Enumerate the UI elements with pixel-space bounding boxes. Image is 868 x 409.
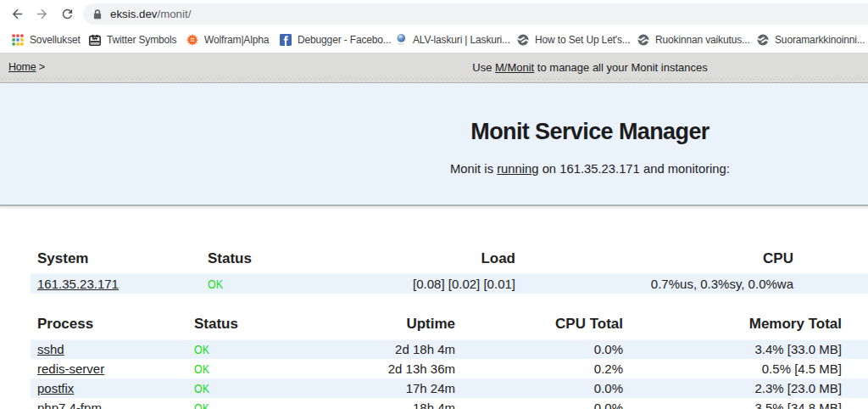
bookmark-label: Suoramarkkinoinni... xyxy=(775,28,865,53)
monit-page: Home > Use M/Monit to manage all your Mo… xyxy=(0,53,868,409)
process-cpu: 0.0% xyxy=(462,398,630,409)
column-header-process: Process xyxy=(31,312,187,340)
twitter-symbols-favicon xyxy=(89,34,101,46)
process-cpu: 0.2% xyxy=(462,359,630,378)
system-name-cell: 161.35.23.171 xyxy=(31,273,201,294)
process-cpu: 0.0% xyxy=(462,339,630,359)
column-header-uptime: Uptime xyxy=(286,312,462,340)
facebook-favicon xyxy=(280,34,292,46)
table-filler-cell xyxy=(849,339,868,359)
process-memory: 3.5% [34.8 MB] xyxy=(630,398,849,409)
table-filler-header xyxy=(849,312,868,340)
reload-icon[interactable] xyxy=(60,7,75,21)
process-link[interactable]: postfix xyxy=(37,381,74,395)
mmonit-banner: Use M/Monit to manage all your Monit ins… xyxy=(0,53,868,82)
process-name-cell: redis-server xyxy=(31,359,187,378)
process-memory: 2.3% [23.0 MB] xyxy=(630,378,849,398)
process-status-cell: OK xyxy=(187,398,286,409)
process-status-cell: OK xyxy=(187,339,286,359)
process-row-postfix: postfix OK 17h 24m 0.0% 2.3% [23.0 MB] xyxy=(31,378,868,398)
banner-text-prefix: Use xyxy=(472,61,495,74)
process-name-cell: php7.4-fpm xyxy=(31,398,187,409)
column-header-cpu-total: CPU Total xyxy=(462,312,630,340)
browser-toolbar: eksis.dev/monit/ xyxy=(0,0,868,28)
process-name-cell: sshd xyxy=(31,339,187,359)
process-row-sshd: sshd OK 2d 18h 4m 0.0% 3.4% [33.0 MB] xyxy=(31,339,868,359)
column-header-memory-total: Memory Total xyxy=(630,312,849,340)
process-name-cell: postfix xyxy=(31,378,187,398)
process-memory: 3.4% [33.0 MB] xyxy=(630,339,849,359)
process-link[interactable]: sshd xyxy=(37,342,64,356)
address-bar[interactable]: eksis.dev/monit/ xyxy=(83,3,868,25)
url-text[interactable]: eksis.dev/monit/ xyxy=(110,3,191,25)
breadcrumb-bar: Home > Use M/Monit to manage all your Mo… xyxy=(0,53,868,83)
running-link[interactable]: running xyxy=(497,162,538,176)
process-memory: 0.5% [4.5 MB] xyxy=(630,359,849,378)
process-uptime: 2d 13h 36m xyxy=(286,359,462,378)
screenshot-viewport: eksis.dev/monit/ Sovellukset xyxy=(0,0,868,409)
system-load: [0.08] [0.02] [0.01] xyxy=(301,273,522,294)
wolframalpha-favicon xyxy=(186,34,198,46)
table-filler-cell xyxy=(849,398,868,409)
page-title: Monit Service Manager xyxy=(0,83,868,143)
table-filler-cell xyxy=(849,359,868,378)
column-header-status: Status xyxy=(187,312,286,340)
banner-text-suffix: to manage all your Monit instances xyxy=(534,61,708,74)
bookmark-label: ALV-laskuri | Laskuri... xyxy=(413,28,510,53)
bookmark-label: Wolfram|Alpha xyxy=(204,28,269,53)
globe-favicon xyxy=(757,34,769,46)
bookmark-label: Sovellukset xyxy=(30,28,81,53)
process-table: Process Status Uptime CPU Total Memory T… xyxy=(31,312,868,409)
subtitle-suffix: on 161.35.23.171 and monitoring: xyxy=(539,162,730,176)
page-content: System Status Load CPU 161.35.23.171 OK … xyxy=(0,247,868,409)
process-link[interactable]: php7.4-fpm xyxy=(37,401,102,409)
mmonit-link[interactable]: M/Monit xyxy=(495,61,534,74)
bookmarks-bar: Sovellukset Twitter Symbols Wolfram|Alph… xyxy=(0,28,868,53)
process-row-redis: redis-server OK 2d 13h 36m 0.2% 0.5% [4.… xyxy=(31,359,868,378)
process-uptime: 18h 4m xyxy=(286,398,462,409)
process-uptime: 2d 18h 4m xyxy=(286,339,462,359)
globe-favicon xyxy=(517,34,529,46)
system-table: System Status Load CPU 161.35.23.171 OK … xyxy=(31,247,868,294)
process-row-php: php7.4-fpm OK 18h 4m 0.0% 3.5% [34.8 MB] xyxy=(31,398,868,409)
system-status-cell: OK xyxy=(201,273,301,294)
back-icon[interactable] xyxy=(10,7,25,21)
system-host-link[interactable]: 161.35.23.171 xyxy=(37,277,119,291)
hero-section: Monit Service Manager Monit is running o… xyxy=(0,83,868,206)
lock-icon[interactable] xyxy=(92,8,103,20)
apps-grid-icon xyxy=(12,34,24,46)
table-filler-cell xyxy=(800,273,868,294)
process-cpu: 0.0% xyxy=(462,378,630,398)
bookmark-label: How to Set Up Let's... xyxy=(535,28,630,53)
process-status: OK xyxy=(194,361,209,376)
page-subtitle: Monit is running on 161.35.23.171 and mo… xyxy=(0,143,868,176)
system-status: OK xyxy=(208,277,223,291)
process-status-cell: OK xyxy=(187,359,286,378)
url-domain: eksis.dev xyxy=(110,8,157,20)
process-uptime: 17h 24m xyxy=(286,378,462,398)
system-cpu: 0.7%us, 0.3%sy, 0.0%wa xyxy=(522,273,800,294)
process-status: OK xyxy=(194,381,209,395)
url-path: /monit/ xyxy=(157,8,191,20)
process-header-row: Process Status Uptime CPU Total Memory T… xyxy=(31,312,868,340)
bookmark-label: Debugger - Facebo... xyxy=(298,28,391,53)
column-header-cpu: CPU xyxy=(522,247,800,273)
system-row: 161.35.23.171 OK [0.08] [0.02] [0.01] 0.… xyxy=(31,273,868,294)
bookmark-label: Twitter Symbols xyxy=(107,28,176,53)
process-link[interactable]: redis-server xyxy=(37,361,104,376)
forward-icon[interactable] xyxy=(35,7,49,21)
process-status: OK xyxy=(194,342,209,356)
column-header-status: Status xyxy=(201,247,301,273)
process-status-cell: OK xyxy=(187,378,286,398)
process-status: OK xyxy=(194,401,209,409)
column-header-system: System xyxy=(31,247,201,273)
column-header-load: Load xyxy=(301,247,522,273)
globe-favicon xyxy=(637,34,649,46)
subtitle-prefix: Monit is xyxy=(450,162,497,176)
table-filler-header xyxy=(800,247,868,273)
bookmark-label: Ruokinnan vaikutus... xyxy=(655,28,750,53)
blue-globe-favicon xyxy=(395,34,407,46)
system-header-row: System Status Load CPU xyxy=(31,247,868,273)
table-filler-cell xyxy=(849,378,868,398)
